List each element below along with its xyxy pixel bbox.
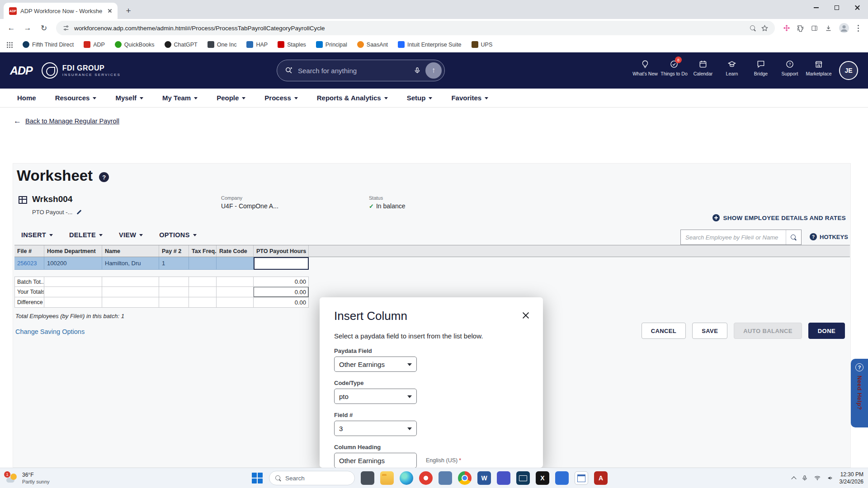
field-number-select[interactable]: 3	[334, 421, 417, 436]
taskbar-search[interactable]: Search	[269, 471, 355, 485]
zoom-icon[interactable]	[750, 25, 756, 32]
pink-extension-icon[interactable]	[783, 24, 790, 32]
start-button[interactable]	[251, 472, 263, 484]
teams-app-icon[interactable]	[497, 471, 510, 485]
window-minimize-button[interactable]	[806, 0, 826, 15]
need-help-tab[interactable]: ? Need Help?	[851, 359, 868, 427]
column-header-tax-freq[interactable]: Tax Freq...	[189, 245, 217, 257]
acrobat-icon[interactable]: A	[594, 471, 608, 485]
cancel-button[interactable]: CANCEL	[642, 323, 686, 339]
bookmark-fifth-third[interactable]: Fifth Third Direct	[23, 41, 74, 48]
show-employee-details-link[interactable]: SHOW EMPLOYEE DETAILS AND RATES	[712, 214, 846, 221]
downloads-icon[interactable]	[825, 24, 832, 32]
user-avatar[interactable]: JE	[839, 61, 858, 80]
nav-item-process[interactable]: Process	[264, 94, 297, 102]
app-icon-red[interactable]	[419, 471, 433, 485]
bookmark-hap[interactable]: HAP	[246, 41, 268, 48]
edit-pencil-icon[interactable]	[76, 209, 82, 215]
employee-search-button[interactable]	[786, 230, 801, 244]
app-icon-steel[interactable]	[439, 471, 452, 485]
forward-icon[interactable]: →	[21, 21, 34, 35]
nav-item-reports-analytics[interactable]: Reports & Analytics	[317, 94, 388, 102]
browser-tab[interactable]: ADP ADP Workforce Now - Workshe...	[4, 3, 118, 19]
tray-chevron-icon[interactable]	[791, 476, 796, 481]
apps-grid-icon[interactable]	[6, 42, 13, 48]
header-icon-bridge[interactable]: Bridge	[748, 58, 774, 76]
bookmark-staples[interactable]: Staples	[278, 41, 306, 48]
window-close-button[interactable]	[847, 0, 868, 15]
cell-employee-name[interactable]: Hamilton, Dru	[102, 257, 159, 270]
column-heading-input[interactable]	[334, 453, 417, 468]
nav-item-myself[interactable]: Myself	[115, 94, 143, 102]
tab-close-icon[interactable]	[106, 7, 114, 15]
column-header-rate-code[interactable]: Rate Code	[217, 245, 254, 257]
nav-item-favorites[interactable]: Favorites	[451, 94, 488, 102]
column-header-file[interactable]: File #	[14, 245, 44, 257]
cell-pay2[interactable]: 1	[159, 257, 189, 270]
app-icon-gray[interactable]	[361, 471, 374, 485]
side-panel-icon[interactable]	[811, 25, 818, 32]
nav-item-people[interactable]: People	[217, 94, 245, 102]
bookmark-intuit[interactable]: Intuit Enterprise Suite	[398, 41, 462, 48]
refresh-icon[interactable]: ↻	[37, 21, 51, 35]
column-header-pto-hours[interactable]: PTO Payout Hours	[254, 245, 309, 257]
cell-department[interactable]: 100200	[44, 257, 102, 270]
cell-rate-code[interactable]	[217, 257, 254, 270]
nav-item-my-team[interactable]: My Team	[162, 94, 198, 102]
browser-menu-icon[interactable]	[858, 28, 859, 29]
profile-avatar-icon[interactable]	[839, 23, 849, 33]
paydata-field-select[interactable]: Other Earnings	[334, 357, 417, 372]
app-icon-blue[interactable]	[555, 471, 569, 485]
bookmark-star-icon[interactable]	[761, 24, 769, 32]
mic-tray-icon[interactable]	[802, 475, 808, 481]
save-button[interactable]: SAVE	[692, 323, 727, 339]
back-to-payroll-link[interactable]: ← Back to Manage Regular Payroll	[14, 117, 119, 126]
bookmark-saasant[interactable]: SaasAnt	[357, 41, 388, 48]
bookmark-adp[interactable]: ADP	[84, 41, 105, 48]
address-bar[interactable]: workforcenow.adp.com/theme/admin.html#/P…	[56, 21, 775, 35]
taskbar-clock[interactable]: 12:30 PM 3/24/2026	[840, 471, 863, 485]
nav-item-home[interactable]: Home	[17, 94, 36, 102]
bookmark-principal[interactable]: Principal	[316, 41, 347, 48]
cell-file-number[interactable]: 256023	[14, 257, 44, 270]
new-tab-button[interactable]: +	[122, 5, 135, 17]
bookmark-quickbooks[interactable]: QuickBooks	[115, 41, 155, 48]
file-explorer-icon[interactable]	[380, 471, 394, 485]
header-icon-learn[interactable]: Learn	[719, 58, 745, 76]
nav-item-resources[interactable]: Resources	[55, 94, 97, 102]
done-button[interactable]: DONE	[808, 323, 845, 339]
column-header-pay2[interactable]: Pay # 2	[159, 245, 189, 257]
view-menu[interactable]: VIEW	[119, 231, 143, 239]
change-saving-options-link[interactable]: Change Saving Options	[15, 328, 85, 335]
hotkeys-link[interactable]: ? HOTKEYS	[810, 233, 848, 240]
back-icon[interactable]: ←	[5, 21, 18, 35]
delete-menu[interactable]: DELETE	[69, 231, 103, 239]
header-icon-calendar[interactable]: Calendar	[690, 58, 716, 76]
window-maximize-button[interactable]	[826, 0, 847, 15]
insert-menu[interactable]: INSERT	[21, 231, 53, 239]
edge-icon[interactable]	[400, 471, 413, 485]
header-icon-things-to-do[interactable]: 8 Things to Do	[661, 58, 687, 76]
header-icon-support[interactable]: ? Support	[777, 58, 803, 76]
cell-pto-hours-selected[interactable]	[254, 257, 309, 270]
header-icon-marketplace[interactable]: Marketplace	[806, 58, 832, 76]
x-app-icon[interactable]: X	[536, 471, 549, 485]
options-menu[interactable]: OPTIONS	[159, 231, 196, 239]
header-icon-whats-new[interactable]: What's New	[632, 58, 658, 76]
taskbar-weather-widget[interactable]: 1 36°F Partly sunny	[4, 470, 52, 486]
mail-app-icon[interactable]	[516, 471, 530, 485]
global-search-bar[interactable]: Search for anything ↑	[277, 60, 445, 81]
bookmark-one-inc[interactable]: One Inc	[208, 41, 237, 48]
word-app-icon[interactable]: W	[477, 471, 491, 485]
bookmark-ups[interactable]: UPS	[472, 41, 493, 48]
column-header-name[interactable]: Name	[102, 245, 159, 257]
extensions-puzzle-icon[interactable]	[797, 24, 804, 32]
cell-tax-freq[interactable]	[189, 257, 217, 270]
wifi-icon[interactable]	[814, 475, 821, 481]
volume-icon[interactable]	[827, 475, 834, 481]
search-submit-button[interactable]: ↑	[425, 62, 442, 79]
help-icon[interactable]: ?	[99, 172, 109, 182]
mic-icon[interactable]	[414, 67, 421, 74]
nav-item-setup[interactable]: Setup	[407, 94, 433, 102]
employee-search-input[interactable]	[681, 230, 786, 244]
